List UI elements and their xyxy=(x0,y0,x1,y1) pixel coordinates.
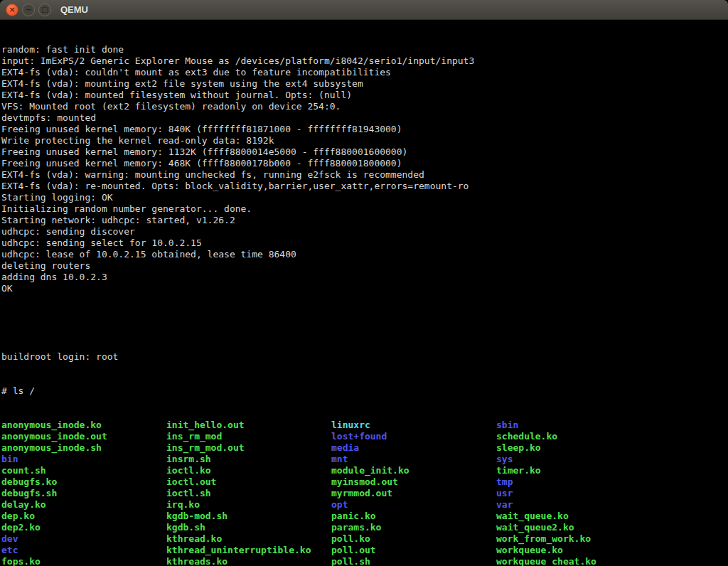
ls-cell: anonymous_inode.sh xyxy=(1,442,166,454)
file-entry-exec: poll.out xyxy=(331,545,376,555)
file-entry-exec: irq.ko xyxy=(166,499,200,510)
file-entry-exec: params.ko xyxy=(331,522,381,533)
console-line: deleting routers xyxy=(1,260,728,272)
minimize-icon: − xyxy=(25,6,31,14)
ls-cell: dev xyxy=(1,533,166,545)
ls-cell: usr xyxy=(496,488,661,499)
file-entry-dir: sys xyxy=(496,454,513,464)
ls-cell: panic.ko xyxy=(331,511,496,522)
file-entry-dir: dev xyxy=(1,533,18,544)
console-line: OK xyxy=(1,283,728,294)
file-entry-exec: poll.sh xyxy=(331,556,370,566)
ls-cell: wait_queue2.ko xyxy=(496,522,661,533)
ls-cell: linuxrc xyxy=(331,420,496,431)
ls-cell: work_from_work.ko xyxy=(496,533,661,545)
file-entry-exec: anonymous_inode.sh xyxy=(1,442,102,453)
file-entry-dir: tmp xyxy=(496,476,513,487)
ls-cell: poll.sh xyxy=(331,556,496,566)
ls-cell: mnt xyxy=(331,454,496,465)
ls-cell: dep2.ko xyxy=(1,522,166,533)
file-entry-dir: etc xyxy=(1,545,18,555)
console-line: EXT4-fs (vda): re-mounted. Opts: block_v… xyxy=(1,181,728,192)
ls-cell: kgdb.sh xyxy=(166,522,331,533)
file-entry-exec: debugfs.ko xyxy=(1,476,57,487)
blank-line xyxy=(1,317,728,329)
file-entry-dir: sbin xyxy=(496,420,518,430)
ls-cell: myrmmod.out xyxy=(331,488,496,499)
console-line: udhcpc: sending select for 10.0.2.15 xyxy=(1,237,728,249)
file-entry-dir: opt xyxy=(331,499,348,510)
ls-cell: debugfs.ko xyxy=(1,476,166,488)
ls-row: count.shioctl.komodule_init.kotimer.ko xyxy=(1,465,728,476)
console-line: EXT4-fs (vda): couldn't mount as ext3 du… xyxy=(1,67,728,78)
boot-log: random: fast init doneinput: ImExPS/2 Ge… xyxy=(1,44,728,294)
ls-cell: media xyxy=(331,442,496,454)
window-title: QEMU xyxy=(60,4,88,15)
ls-cell: sys xyxy=(496,454,661,465)
minimize-button[interactable]: − xyxy=(22,4,35,16)
ls-cell: module_init.ko xyxy=(331,465,496,476)
ls-cell: ins_rm_mod xyxy=(166,431,331,442)
ls-output: anonymous_inode.koinit_hello.outlinuxrcs… xyxy=(1,420,728,566)
ls-cell: ioctl.ko xyxy=(166,465,331,476)
file-entry-exec: debugfs.sh xyxy=(1,488,57,498)
ls-cell: wait_queue.ko xyxy=(496,511,661,522)
ls-cell: delay.ko xyxy=(1,499,166,511)
console-line: Freeing unused kernel memory: 840K (ffff… xyxy=(1,124,728,135)
ls-cell: sleep.ko xyxy=(496,442,661,454)
file-entry-exec: dep.ko xyxy=(1,511,35,521)
ls-cell: lost+found xyxy=(331,431,496,442)
file-entry-exec: ioctl.ko xyxy=(166,465,211,476)
ls-cell: schedule.ko xyxy=(496,431,661,442)
ls-row: anonymous_inode.shins_rm_mod.outmediasle… xyxy=(1,442,728,454)
maximize-icon: □ xyxy=(41,6,48,13)
ls-cell: kgdb-mod.sh xyxy=(166,511,331,522)
ls-cell: kthreads.ko xyxy=(166,556,331,566)
ls-cell: timer.ko xyxy=(496,465,661,476)
file-entry-dir: mnt xyxy=(331,454,348,464)
terminal-screen[interactable]: random: fast init doneinput: ImExPS/2 Ge… xyxy=(0,20,728,566)
console-line: EXT4-fs (vda): mounting ext2 file system… xyxy=(1,78,728,90)
file-entry-exec: poll.ko xyxy=(331,533,370,544)
close-button[interactable]: × xyxy=(6,4,18,16)
ls-cell: dep.ko xyxy=(1,511,166,522)
file-entry-exec: timer.ko xyxy=(496,465,541,476)
ls-row: bininsrm.shmntsys xyxy=(1,454,728,465)
ls-cell: init_hello.out xyxy=(166,420,331,431)
console-line: adding dns 10.0.2.3 xyxy=(1,272,728,283)
console-line: Write protecting the kernel read-only da… xyxy=(1,135,728,146)
console-line: udhcpc: sending discover xyxy=(1,226,728,237)
file-entry-exec: workqueue.ko xyxy=(496,545,563,555)
file-entry-exec: anonymous_inode.ko xyxy=(1,420,102,430)
ls-row: debugfs.shioctl.shmyrmmod.outusr xyxy=(1,488,728,499)
file-entry-exec: delay.ko xyxy=(1,499,46,510)
file-entry-dir: bin xyxy=(1,454,18,464)
file-entry-dir: usr xyxy=(496,488,513,498)
ls-row: delay.koirq.kooptvar xyxy=(1,499,728,511)
ls-cell: params.ko xyxy=(331,522,496,533)
console-line: EXT4-fs (vda): mounted filesystem withou… xyxy=(1,90,728,101)
ls-cell: kthread.ko xyxy=(166,533,331,545)
file-entry-exec: kthread.ko xyxy=(166,533,222,544)
console-line: VFS: Mounted root (ext2 filesystem) read… xyxy=(1,101,728,112)
ls-cell: workqueue_cheat.ko xyxy=(496,556,661,566)
ls-cell: sbin xyxy=(496,420,661,431)
maximize-button[interactable]: □ xyxy=(38,4,51,16)
ls-command-line: # ls / xyxy=(1,385,728,397)
file-entry-exec: ioctl.out xyxy=(166,476,216,487)
ls-cell: kthread_uninterruptible.ko xyxy=(166,545,331,556)
ls-row: devkthread.kopoll.kowork_from_work.ko xyxy=(1,533,728,545)
ls-cell: ins_rm_mod.out xyxy=(166,442,331,454)
file-entry-exec: kthread_uninterruptible.ko xyxy=(166,545,311,555)
ls-cell: etc xyxy=(1,545,166,556)
file-entry-dir: lost+found xyxy=(331,431,387,442)
ls-cell: irq.ko xyxy=(166,499,331,511)
file-entry-exec: myinsmod.out xyxy=(331,476,398,487)
file-entry-exec: anonymous_inode.out xyxy=(1,431,107,442)
ls-row: fops.kokthreads.kopoll.shworkqueue_cheat… xyxy=(1,556,728,566)
ls-cell: anonymous_inode.out xyxy=(1,431,166,442)
ls-cell: poll.out xyxy=(331,545,496,556)
qemu-window: × − □ QEMU random: fast init doneinput: … xyxy=(0,0,728,566)
file-entry-exec: ins_rm_mod.out xyxy=(166,442,245,453)
ls-cell: bin xyxy=(1,454,166,465)
